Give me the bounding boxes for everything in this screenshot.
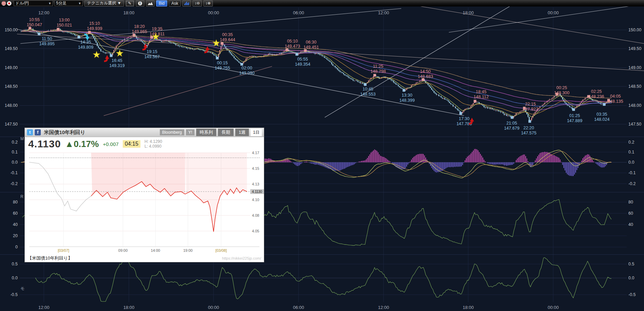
candle-body <box>72 34 73 34</box>
popup-tab-Bloomberg[interactable]: Bloomberg <box>160 129 184 135</box>
macd-axis-right: -0.2 <box>628 181 636 186</box>
draw-pencil-button[interactable]: ✎ <box>125 0 134 6</box>
swing-high-price: 150.021 <box>56 23 72 28</box>
candle-body <box>421 81 422 81</box>
candle-body <box>186 47 187 48</box>
chart-style-button[interactable] <box>146 0 155 6</box>
candle-body <box>436 94 437 95</box>
timeframe-select[interactable]: 5分足 ▼ <box>54 0 83 6</box>
popup-footer-title: 【米国債10年利回り】 <box>28 255 72 261</box>
candle-body <box>521 111 522 112</box>
candle-body <box>143 43 144 43</box>
candle-body <box>192 49 193 49</box>
candle-body <box>74 34 75 35</box>
popup-y-axis-label: 4.10 <box>252 198 259 202</box>
swing-high-time: 06:30 <box>306 40 316 45</box>
candle-body <box>388 79 389 79</box>
rsi-axis-left: 40 <box>13 222 18 227</box>
swing-low-time: 11:50 <box>42 36 52 41</box>
macd-axis-right: -0.1 <box>628 170 636 175</box>
candle-body <box>440 96 441 96</box>
candle-body <box>179 46 180 46</box>
macd-axis-left: 0.0 <box>12 160 18 165</box>
candle-body <box>555 96 556 96</box>
zoom-out-button[interactable]: ↕⊖ <box>192 0 202 6</box>
candle-body <box>326 59 327 60</box>
us10y-popup[interactable]: t f 米国債10年利回り BloombergY!時系列長期1週1日 4.113… <box>24 128 264 262</box>
swing-low-time: 17:30 <box>459 116 469 121</box>
candle-body <box>41 33 42 33</box>
popup-tab-時系列[interactable]: 時系列 <box>196 129 216 136</box>
candle-body <box>397 84 398 85</box>
candle-body <box>449 101 450 103</box>
popup-y-axis-label: 4.15 <box>252 166 259 170</box>
candle-body <box>395 83 396 85</box>
candle-body <box>181 46 182 47</box>
info-button[interactable]: i <box>136 0 145 6</box>
candle-body <box>552 98 553 99</box>
candle-body <box>105 52 106 53</box>
swing-high-price: 148.683 <box>418 74 433 79</box>
popup-x-axis-label: [03/08] <box>215 248 227 252</box>
indicator-name-label: R <box>20 194 23 199</box>
candle-body <box>247 58 248 59</box>
candle-body <box>418 82 419 82</box>
swing-low-price: 149.354 <box>295 62 310 67</box>
swing-high-marker <box>373 74 376 77</box>
twitter-icon[interactable]: t <box>27 129 33 135</box>
swing-high-price: 148.112 <box>474 95 489 99</box>
rsi-axis-right: 60 <box>628 211 633 216</box>
bid-button[interactable]: Bid <box>156 0 167 6</box>
currency-pair-flags-icon <box>1 1 12 6</box>
candle-body <box>229 51 230 52</box>
ask-button[interactable]: Ask <box>169 0 181 6</box>
swing-low-marker <box>78 36 80 38</box>
popup-tab-1週[interactable]: 1週 <box>235 129 249 136</box>
volume-chart-button[interactable] <box>182 0 191 6</box>
candle-body <box>486 107 487 108</box>
candle-body <box>280 53 281 54</box>
candle-body <box>380 78 381 79</box>
pair-select[interactable]: ドル/円 ▼ <box>14 0 53 6</box>
time-axis-label-top: 12:00 <box>378 10 389 15</box>
candle-body <box>356 80 357 81</box>
zoom-in-button[interactable]: ↕⊕ <box>203 0 213 6</box>
popup-tab-Y![interactable]: Y! <box>186 129 194 135</box>
popup-footer: 【米国債10年利回り】 https://nikkei225jp.com/ <box>25 255 264 262</box>
candle-body <box>169 42 170 43</box>
candle-body <box>509 116 510 116</box>
time-axis-label-bottom: 06:00 <box>293 305 304 310</box>
candle-body <box>259 56 260 56</box>
candle-body <box>578 106 579 106</box>
popup-button-group: BloombergY!時系列長期1週1日 <box>160 129 262 136</box>
candle-body <box>406 88 407 90</box>
candle-body <box>348 77 349 78</box>
candle-body <box>357 81 358 82</box>
candle-body <box>354 81 355 81</box>
candle-body <box>102 51 103 52</box>
technical-select-button[interactable]: テクニカル選択 ▼ <box>84 0 124 6</box>
candle-body <box>193 49 194 50</box>
candle-body <box>376 76 377 77</box>
candle-body <box>209 52 210 52</box>
swing-high-marker <box>474 100 476 102</box>
price-axis-label-right: 149.50 <box>628 46 641 51</box>
candle-body <box>447 100 448 100</box>
swing-high-price: 148.300 <box>554 91 569 95</box>
candle-body <box>236 59 237 60</box>
candle-body <box>586 98 587 98</box>
swing-low-time: 21:05 <box>506 121 517 126</box>
candle-body <box>104 52 105 52</box>
candle-body <box>71 33 72 34</box>
swing-high-time: 04:05 <box>610 94 621 99</box>
popup-x-axis-label: 14:00 <box>151 248 160 252</box>
facebook-icon[interactable]: f <box>35 129 41 135</box>
popup-tab-長期[interactable]: 長期 <box>218 129 234 136</box>
candle-body <box>345 75 346 76</box>
candle-body <box>250 56 251 57</box>
candle-body <box>130 36 131 37</box>
swing-low-marker <box>572 108 575 111</box>
popup-tab-1日[interactable]: 1日 <box>251 129 262 136</box>
candle-body <box>224 45 225 47</box>
popup-footer-url[interactable]: https://nikkei225jp.com/ <box>222 256 261 260</box>
